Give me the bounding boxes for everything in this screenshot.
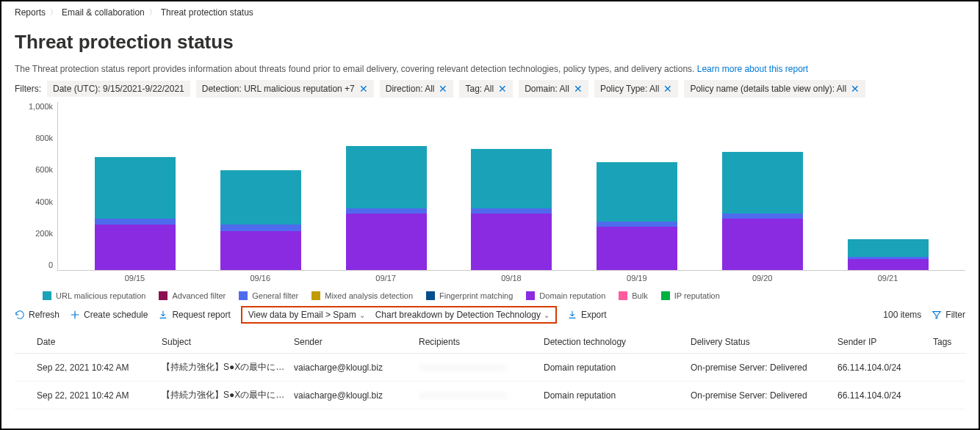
bar-segment xyxy=(346,214,427,270)
col-recipients[interactable]: Recipients xyxy=(419,337,544,347)
view-data-dropdown[interactable]: View data by Email > Spam ⌄ xyxy=(248,310,365,320)
toolbar: Refresh Create schedule Request report V… xyxy=(15,306,965,324)
filter-date[interactable]: Date (UTC): 9/15/2021-9/22/2021 xyxy=(47,81,190,97)
bar-segment xyxy=(95,225,176,270)
cell-delivery: On-premise Server: Delivered xyxy=(691,362,837,373)
close-icon[interactable]: ✕ xyxy=(498,83,507,95)
breadcrumb-reports[interactable]: Reports xyxy=(15,7,46,18)
close-icon[interactable]: ✕ xyxy=(851,83,860,95)
request-report-button[interactable]: Request report xyxy=(158,310,230,320)
legend-swatch-icon xyxy=(661,291,670,300)
chevron-right-icon: 〉 xyxy=(149,7,156,18)
filter-policy-type[interactable]: Policy Type: All✕ xyxy=(594,80,678,98)
download-icon xyxy=(567,310,577,320)
bar-segment xyxy=(722,219,803,270)
legend-label: Bulk xyxy=(632,291,647,300)
bar-segment xyxy=(95,157,176,219)
close-icon[interactable]: ✕ xyxy=(574,83,583,95)
bar-segment xyxy=(722,152,803,214)
chevron-down-icon: ⌄ xyxy=(544,311,550,319)
legend-label: Mixed analysis detection xyxy=(325,291,413,300)
items-count: 100 items xyxy=(883,310,921,320)
plus-icon xyxy=(70,310,80,320)
bar-segment xyxy=(220,170,301,225)
cell-subject: 【持続力強化】S●Xの最中に中折れし... xyxy=(162,389,294,401)
export-button[interactable]: Export xyxy=(567,310,607,320)
col-ip[interactable]: Sender IP xyxy=(837,337,933,347)
legend-item[interactable]: General filter xyxy=(239,291,298,300)
filter-domain[interactable]: Domain: All✕ xyxy=(519,80,588,98)
legend-label: Domain reputation xyxy=(539,291,605,300)
filter-detection[interactable]: Detection: URL malicious reputation +7✕ xyxy=(196,80,374,98)
bar-09/21[interactable] xyxy=(848,239,929,270)
close-icon[interactable]: ✕ xyxy=(439,83,447,95)
breadcrumb-email-collab[interactable]: Email & collaboration xyxy=(62,7,145,18)
table-row[interactable]: Sep 22, 2021 10:42 AM【持続力強化】S●Xの最中に中折れし.… xyxy=(15,382,965,409)
legend-item[interactable]: Fingerprint matching xyxy=(426,291,513,300)
bar-segment xyxy=(597,227,677,270)
close-icon[interactable]: ✕ xyxy=(663,83,672,95)
cell-ip: 66.114.104.0/24 xyxy=(837,390,933,401)
bar-segment xyxy=(848,259,929,270)
legend-item[interactable]: URL malicious reputation xyxy=(43,291,145,300)
col-tags[interactable]: Tags xyxy=(933,337,977,347)
filter-icon xyxy=(932,310,942,320)
bar-segment xyxy=(346,146,427,209)
bar-segment xyxy=(471,214,552,270)
bar-09/15[interactable] xyxy=(95,157,176,270)
legend-label: Fingerprint matching xyxy=(439,291,513,300)
legend-swatch-icon xyxy=(159,291,167,300)
table-row[interactable]: Sep 22, 2021 10:42 AM【持続力強化】S●Xの最中に中折れし.… xyxy=(15,354,965,382)
page-title: Threat protection status xyxy=(15,31,965,54)
breadcrumb: Reports 〉 Email & collaboration 〉 Threat… xyxy=(15,7,965,18)
refresh-button[interactable]: Refresh xyxy=(15,310,60,320)
cell-date: Sep 22, 2021 10:42 AM xyxy=(37,390,162,401)
bar-09/20[interactable] xyxy=(722,152,803,270)
learn-more-link[interactable]: Learn more about this report xyxy=(697,64,808,74)
chart-breakdown-dropdown[interactable]: Chart breakdown by Detection Technology … xyxy=(375,310,550,320)
legend-item[interactable]: Domain reputation xyxy=(526,291,605,300)
legend-label: URL malicious reputation xyxy=(56,291,145,300)
col-delivery[interactable]: Delivery Status xyxy=(691,337,837,347)
bar-09/17[interactable] xyxy=(346,146,427,270)
filter-policy-name[interactable]: Policy name (details table view only): A… xyxy=(684,80,865,98)
bar-09/18[interactable] xyxy=(471,149,552,270)
close-icon[interactable]: ✕ xyxy=(359,83,368,95)
legend-swatch-icon xyxy=(239,291,248,300)
legend-swatch-icon xyxy=(426,291,435,300)
page-description: The Threat protection status report prov… xyxy=(15,64,965,74)
bar-09/16[interactable] xyxy=(220,170,301,270)
bar-09/19[interactable] xyxy=(597,162,677,270)
create-schedule-button[interactable]: Create schedule xyxy=(70,310,148,320)
bar-segment xyxy=(220,225,301,231)
legend-item[interactable]: Bulk xyxy=(619,291,647,300)
legend-label: Advanced filter xyxy=(172,291,226,300)
chevron-down-icon: ⌄ xyxy=(359,311,365,319)
legend-item[interactable]: Mixed analysis detection xyxy=(311,291,413,300)
redacted-recipients xyxy=(419,362,507,373)
legend-swatch-icon xyxy=(43,291,51,300)
legend-label: General filter xyxy=(252,291,298,300)
legend-swatch-icon xyxy=(311,291,320,300)
col-date[interactable]: Date xyxy=(37,337,162,347)
chart-y-axis: 1,000k800k600k400k200k0 xyxy=(22,102,57,271)
col-sender[interactable]: Sender xyxy=(294,337,419,347)
breadcrumb-current: Threat protection status xyxy=(161,7,253,18)
bar-segment xyxy=(471,149,552,208)
legend-item[interactable]: IP reputation xyxy=(661,291,720,300)
filter-tag[interactable]: Tag: All✕ xyxy=(459,80,513,98)
cell-date: Sep 22, 2021 10:42 AM xyxy=(37,362,162,373)
chart-x-axis: 09/1509/1609/1709/1809/1909/2009/21 xyxy=(57,271,965,283)
redacted-recipients xyxy=(419,390,507,401)
col-subject[interactable]: Subject xyxy=(162,337,294,347)
refresh-icon xyxy=(15,310,25,320)
table-header: Date Subject Sender Recipients Detection… xyxy=(15,331,965,354)
bar-segment xyxy=(597,162,677,222)
filter-button[interactable]: Filter xyxy=(932,310,965,320)
cell-sender: vaiacharge@klougl.biz xyxy=(294,390,419,401)
legend-item[interactable]: Advanced filter xyxy=(159,291,226,300)
filters-label: Filters: xyxy=(15,84,41,94)
col-detection[interactable]: Detection technology xyxy=(544,337,691,347)
filter-direction[interactable]: Direction: All✕ xyxy=(380,80,454,98)
cell-recipients xyxy=(419,390,544,401)
